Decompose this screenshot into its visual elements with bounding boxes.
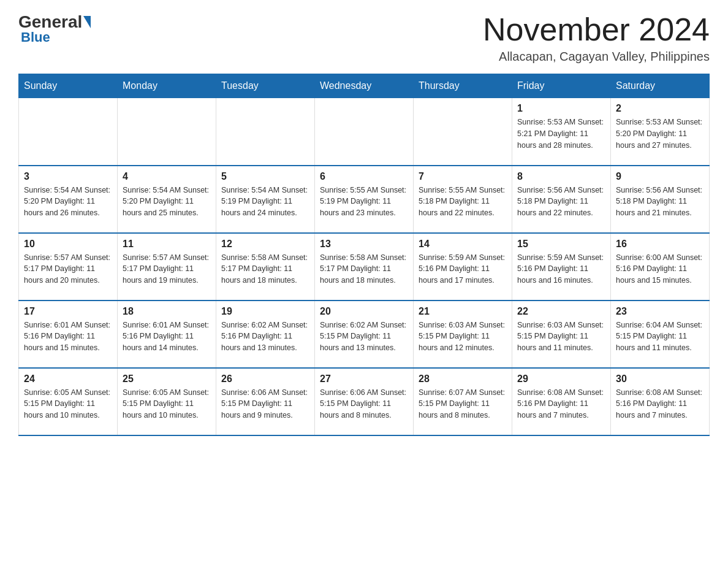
day-cell xyxy=(118,98,216,166)
day-info: Sunrise: 6:05 AM Sunset: 5:15 PM Dayligh… xyxy=(24,387,112,421)
day-number: 30 xyxy=(616,373,704,385)
day-info: Sunrise: 5:54 AM Sunset: 5:20 PM Dayligh… xyxy=(123,185,211,219)
day-number: 5 xyxy=(221,171,309,182)
day-cell: 25Sunrise: 6:05 AM Sunset: 5:15 PM Dayli… xyxy=(118,368,216,435)
title-section: November 2024 Allacapan, Cagayan Valley,… xyxy=(483,12,710,64)
day-cell: 27Sunrise: 6:06 AM Sunset: 5:15 PM Dayli… xyxy=(315,368,414,435)
day-info: Sunrise: 6:06 AM Sunset: 5:15 PM Dayligh… xyxy=(320,387,408,421)
day-info: Sunrise: 5:59 AM Sunset: 5:16 PM Dayligh… xyxy=(517,252,605,286)
day-info: Sunrise: 5:55 AM Sunset: 5:19 PM Dayligh… xyxy=(320,185,408,219)
day-cell: 11Sunrise: 5:57 AM Sunset: 5:17 PM Dayli… xyxy=(118,233,216,301)
day-info: Sunrise: 5:58 AM Sunset: 5:17 PM Dayligh… xyxy=(221,252,309,286)
header-saturday: Saturday xyxy=(611,74,710,98)
day-cell: 5Sunrise: 5:54 AM Sunset: 5:19 PM Daylig… xyxy=(216,166,315,233)
week-row-2: 3Sunrise: 5:54 AM Sunset: 5:20 PM Daylig… xyxy=(19,166,710,233)
day-cell: 24Sunrise: 6:05 AM Sunset: 5:15 PM Dayli… xyxy=(19,368,118,435)
day-info: Sunrise: 6:07 AM Sunset: 5:15 PM Dayligh… xyxy=(419,387,507,421)
day-number: 4 xyxy=(123,171,211,182)
month-title: November 2024 xyxy=(483,12,710,47)
day-info: Sunrise: 5:59 AM Sunset: 5:16 PM Dayligh… xyxy=(419,252,507,286)
day-cell: 9Sunrise: 5:56 AM Sunset: 5:18 PM Daylig… xyxy=(611,166,710,233)
day-cell: 22Sunrise: 6:03 AM Sunset: 5:15 PM Dayli… xyxy=(512,301,611,368)
day-number: 22 xyxy=(517,306,605,317)
day-number: 20 xyxy=(320,306,408,317)
day-cell xyxy=(315,98,414,166)
day-info: Sunrise: 5:57 AM Sunset: 5:17 PM Dayligh… xyxy=(24,252,112,286)
location: Allacapan, Cagayan Valley, Philippines xyxy=(483,50,710,64)
day-info: Sunrise: 6:08 AM Sunset: 5:16 PM Dayligh… xyxy=(616,387,704,421)
day-info: Sunrise: 5:57 AM Sunset: 5:17 PM Dayligh… xyxy=(123,252,211,286)
day-info: Sunrise: 6:08 AM Sunset: 5:16 PM Dayligh… xyxy=(517,387,605,421)
day-cell: 13Sunrise: 5:58 AM Sunset: 5:17 PM Dayli… xyxy=(315,233,414,301)
day-cell: 15Sunrise: 5:59 AM Sunset: 5:16 PM Dayli… xyxy=(512,233,611,301)
week-row-1: 1Sunrise: 5:53 AM Sunset: 5:21 PM Daylig… xyxy=(19,98,710,166)
day-info: Sunrise: 6:03 AM Sunset: 5:15 PM Dayligh… xyxy=(517,320,605,354)
day-cell: 12Sunrise: 5:58 AM Sunset: 5:17 PM Dayli… xyxy=(216,233,315,301)
day-number: 21 xyxy=(419,306,507,317)
header-friday: Friday xyxy=(512,74,611,98)
day-cell: 19Sunrise: 6:02 AM Sunset: 5:16 PM Dayli… xyxy=(216,301,315,368)
day-cell: 17Sunrise: 6:01 AM Sunset: 5:16 PM Dayli… xyxy=(19,301,118,368)
day-info: Sunrise: 5:54 AM Sunset: 5:20 PM Dayligh… xyxy=(24,185,112,219)
day-info: Sunrise: 5:56 AM Sunset: 5:18 PM Dayligh… xyxy=(616,185,704,219)
day-cell: 3Sunrise: 5:54 AM Sunset: 5:20 PM Daylig… xyxy=(19,166,118,233)
day-number: 1 xyxy=(517,103,605,114)
day-number: 15 xyxy=(517,239,605,250)
day-number: 11 xyxy=(123,239,211,250)
day-cell: 26Sunrise: 6:06 AM Sunset: 5:15 PM Dayli… xyxy=(216,368,315,435)
day-info: Sunrise: 6:01 AM Sunset: 5:16 PM Dayligh… xyxy=(123,320,211,354)
day-number: 3 xyxy=(24,171,112,182)
day-cell: 1Sunrise: 5:53 AM Sunset: 5:21 PM Daylig… xyxy=(512,98,611,166)
day-number: 24 xyxy=(24,373,112,385)
day-info: Sunrise: 6:02 AM Sunset: 5:16 PM Dayligh… xyxy=(221,320,309,354)
logo-triangle-icon xyxy=(83,16,91,28)
day-cell: 6Sunrise: 5:55 AM Sunset: 5:19 PM Daylig… xyxy=(315,166,414,233)
day-cell xyxy=(216,98,315,166)
day-cell: 21Sunrise: 6:03 AM Sunset: 5:15 PM Dayli… xyxy=(414,301,512,368)
day-number: 9 xyxy=(616,171,704,182)
week-row-4: 17Sunrise: 6:01 AM Sunset: 5:16 PM Dayli… xyxy=(19,301,710,368)
day-number: 7 xyxy=(419,171,507,182)
day-cell: 16Sunrise: 6:00 AM Sunset: 5:16 PM Dayli… xyxy=(611,233,710,301)
day-number: 29 xyxy=(517,373,605,385)
day-number: 17 xyxy=(24,306,112,317)
day-number: 16 xyxy=(616,239,704,250)
day-info: Sunrise: 6:04 AM Sunset: 5:15 PM Dayligh… xyxy=(616,320,704,354)
day-number: 13 xyxy=(320,239,408,250)
day-number: 28 xyxy=(419,373,507,385)
day-number: 10 xyxy=(24,239,112,250)
day-cell: 29Sunrise: 6:08 AM Sunset: 5:16 PM Dayli… xyxy=(512,368,611,435)
day-info: Sunrise: 5:55 AM Sunset: 5:18 PM Dayligh… xyxy=(419,185,507,219)
day-cell: 8Sunrise: 5:56 AM Sunset: 5:18 PM Daylig… xyxy=(512,166,611,233)
day-number: 23 xyxy=(616,306,704,317)
day-cell: 30Sunrise: 6:08 AM Sunset: 5:16 PM Dayli… xyxy=(611,368,710,435)
day-cell: 10Sunrise: 5:57 AM Sunset: 5:17 PM Dayli… xyxy=(19,233,118,301)
day-cell: 18Sunrise: 6:01 AM Sunset: 5:16 PM Dayli… xyxy=(118,301,216,368)
header-sunday: Sunday xyxy=(19,74,118,98)
week-row-3: 10Sunrise: 5:57 AM Sunset: 5:17 PM Dayli… xyxy=(19,233,710,301)
day-info: Sunrise: 6:02 AM Sunset: 5:15 PM Dayligh… xyxy=(320,320,408,354)
day-number: 2 xyxy=(616,103,704,114)
day-info: Sunrise: 6:06 AM Sunset: 5:15 PM Dayligh… xyxy=(221,387,309,421)
day-cell: 28Sunrise: 6:07 AM Sunset: 5:15 PM Dayli… xyxy=(414,368,512,435)
day-info: Sunrise: 5:53 AM Sunset: 5:21 PM Dayligh… xyxy=(517,117,605,151)
day-number: 27 xyxy=(320,373,408,385)
day-cell: 4Sunrise: 5:54 AM Sunset: 5:20 PM Daylig… xyxy=(118,166,216,233)
day-info: Sunrise: 6:03 AM Sunset: 5:15 PM Dayligh… xyxy=(419,320,507,354)
day-number: 19 xyxy=(221,306,309,317)
day-number: 12 xyxy=(221,239,309,250)
day-cell: 14Sunrise: 5:59 AM Sunset: 5:16 PM Dayli… xyxy=(414,233,512,301)
calendar-table: SundayMondayTuesdayWednesdayThursdayFrid… xyxy=(18,74,710,436)
day-info: Sunrise: 5:53 AM Sunset: 5:20 PM Dayligh… xyxy=(616,117,704,151)
day-cell xyxy=(19,98,118,166)
header-monday: Monday xyxy=(118,74,216,98)
day-info: Sunrise: 6:05 AM Sunset: 5:15 PM Dayligh… xyxy=(123,387,211,421)
day-info: Sunrise: 5:56 AM Sunset: 5:18 PM Dayligh… xyxy=(517,185,605,219)
day-cell: 23Sunrise: 6:04 AM Sunset: 5:15 PM Dayli… xyxy=(611,301,710,368)
header-wednesday: Wednesday xyxy=(315,74,414,98)
day-number: 14 xyxy=(419,239,507,250)
logo: General Blue xyxy=(18,12,92,45)
header-thursday: Thursday xyxy=(414,74,512,98)
day-cell: 20Sunrise: 6:02 AM Sunset: 5:15 PM Dayli… xyxy=(315,301,414,368)
day-number: 25 xyxy=(123,373,211,385)
